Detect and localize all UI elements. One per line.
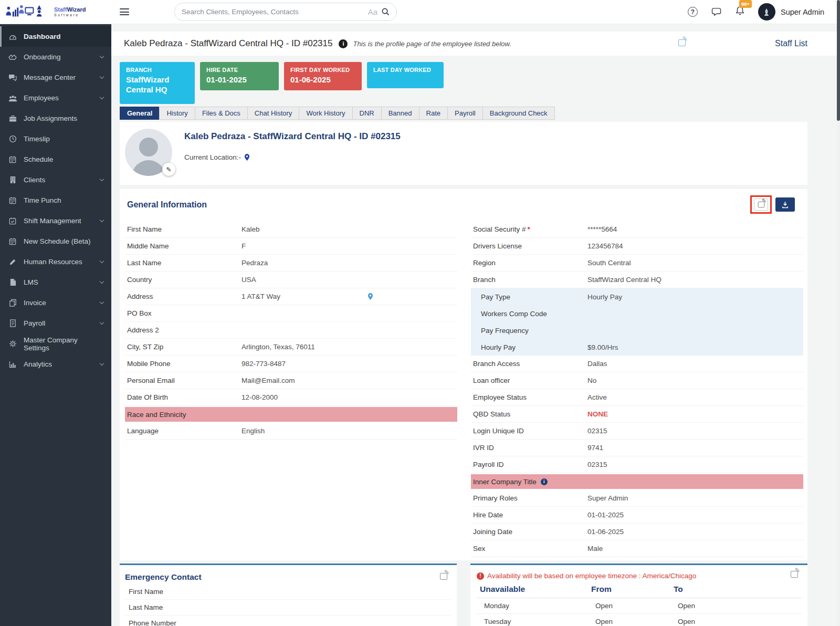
availability-from: Open — [595, 602, 678, 610]
field-value: No — [587, 377, 596, 384]
required-asterisk: * — [528, 225, 530, 233]
field-label: Branch Access — [473, 360, 587, 368]
download-button[interactable] — [775, 197, 795, 212]
sidebar-item-label: Payroll — [24, 319, 45, 327]
sidebar-item-message-center[interactable]: Message Center — [0, 67, 111, 88]
page-edit-icon[interactable] — [678, 39, 686, 48]
field-label: Address — [127, 293, 242, 300]
user-menu[interactable]: Super Admin — [758, 3, 824, 20]
sidebar-item-human-resources[interactable]: Human Resources — [0, 252, 111, 272]
edit-availability-icon[interactable] — [791, 570, 802, 580]
field-label: Middle Name — [127, 242, 242, 250]
search-input[interactable] — [182, 8, 364, 16]
sidebar-item-invoice[interactable]: Invoice — [0, 293, 111, 313]
availability-from: Open — [595, 618, 678, 625]
info-row-social-security: Social Security #******5664 — [471, 221, 803, 238]
info-row-inner-company-title: Inner Company Titlei — [471, 474, 803, 489]
tab-history[interactable]: History — [159, 107, 194, 120]
field-label: Loan officer — [473, 377, 587, 384]
staffwizard-logo[interactable]: StaffWizard Software — [0, 0, 111, 24]
location-pin-icon[interactable] — [244, 153, 250, 161]
sidebar-item-payroll[interactable]: Payroll — [0, 313, 111, 333]
calendar-icon — [8, 237, 17, 245]
edit-emergency-contact-icon[interactable] — [440, 572, 452, 582]
chart-icon — [8, 361, 17, 368]
chevron-down-icon — [100, 54, 104, 58]
sidebar-item-clients[interactable]: Clients — [0, 170, 111, 190]
field-label: Hourly Pay — [481, 343, 587, 351]
logo-subtitle: Software — [54, 13, 86, 17]
staff-list-link[interactable]: Staff List — [775, 39, 807, 48]
sidebar-item-onboarding[interactable]: Onboarding — [0, 47, 111, 67]
field-value: South Central — [587, 259, 631, 267]
sidebar-item-time-punch[interactable]: Time Punch — [0, 190, 111, 211]
field-label: Primary Roles — [473, 494, 587, 502]
summary-card-label: HIRE DATE — [206, 67, 272, 73]
sidebar-item-timeslip[interactable]: Timeslip — [0, 129, 111, 149]
tab-files-docs[interactable]: Files & Docs — [195, 107, 247, 120]
tab-payroll[interactable]: Payroll — [447, 107, 482, 120]
page-scrollbar[interactable] — [837, 0, 840, 626]
scrollbar-thumb[interactable] — [837, 0, 840, 121]
tab-dnr[interactable]: DNR — [352, 107, 381, 120]
summary-card-label: LAST DAY WORKED — [373, 67, 437, 73]
search-icon[interactable] — [382, 8, 390, 16]
sidebar-item-new-schedule-beta[interactable]: New Schedule (Beta) — [0, 231, 111, 252]
sidebar-item-dashboard[interactable]: Dashboard — [0, 26, 111, 47]
case-sensitivity-toggle[interactable]: Aa — [368, 7, 377, 16]
field-label: Login Unique ID — [473, 427, 587, 435]
sidebar-item-master-company-settings[interactable]: Master Company Settings — [0, 333, 111, 354]
profile-card: ✎ Kaleb Pedraza - StaffWizard Central HQ… — [120, 122, 807, 185]
chat-icon[interactable] — [711, 7, 722, 16]
tab-banned[interactable]: Banned — [381, 107, 419, 120]
message-icon — [8, 74, 17, 81]
field-value: Pedraza — [242, 259, 268, 267]
building-icon — [8, 176, 17, 184]
sidebar-item-label: Schedule — [24, 155, 53, 163]
info-row-first-name: First NameKaleb — [125, 221, 457, 238]
info-row-po-box: PO Box — [125, 305, 457, 322]
field-label: Hire Date — [473, 511, 587, 519]
sidebar-item-schedule[interactable]: Schedule — [0, 149, 111, 170]
notification-badge: 99+ — [739, 0, 752, 8]
tab-general[interactable]: General — [120, 107, 159, 120]
file-icon — [8, 278, 17, 286]
availability-rows: MondayOpenOpenTuesdayOpenOpen — [476, 598, 802, 626]
sidebar-item-analytics[interactable]: Analytics — [0, 354, 111, 374]
availability-day: Tuesday — [484, 618, 595, 625]
logo-graphic — [5, 4, 51, 20]
sidebar-item-job-assignments[interactable]: Job Assignments — [0, 108, 111, 129]
sidebar-item-lms[interactable]: LMS — [0, 272, 111, 293]
field-value: 123456784 — [587, 242, 623, 250]
field-label: Race and Ethnicity — [127, 411, 186, 419]
summary-card-label: FIRST DAY WORKED — [290, 67, 355, 73]
page-info-note: This is the profile page of the employee… — [353, 40, 511, 48]
tab-background-check[interactable]: Background Check — [482, 107, 555, 120]
sidebar-item-label: Human Resources — [24, 258, 82, 266]
tab-rate[interactable]: Rate — [419, 107, 447, 120]
sidebar-item-employees[interactable]: Employees — [0, 88, 111, 108]
section-title-general-information: General Information — [125, 200, 207, 210]
tab-chat-history[interactable]: Chat History — [247, 107, 299, 120]
location-pin-icon[interactable] — [368, 293, 373, 300]
sidebar-item-label: Job Assignments — [24, 114, 77, 122]
tab-work-history[interactable]: Work History — [299, 107, 352, 120]
info-icon: i — [339, 39, 348, 48]
chevron-down-icon — [100, 300, 104, 304]
current-location: Current Location:- — [184, 153, 401, 161]
hamburger-menu-icon[interactable] — [120, 8, 129, 15]
sidebar-item-shift-management[interactable]: Shift Management — [0, 211, 111, 231]
info-icon: i — [541, 478, 548, 485]
column-to: To — [674, 585, 802, 594]
help-icon[interactable]: ? — [688, 7, 698, 17]
pencil-icon — [8, 258, 17, 266]
edit-general-info-button[interactable] — [754, 199, 768, 211]
sidebar-item-label: Timeslip — [24, 135, 50, 143]
info-row-middle-name: Middle NameF — [125, 238, 457, 255]
avatar-edit-icon[interactable]: ✎ — [162, 163, 175, 176]
notifications-bell[interactable]: 99+ — [736, 6, 744, 18]
emergency-field-first-name: First Name — [125, 584, 452, 600]
profile-avatar: ✎ — [125, 129, 172, 176]
alert-icon: ! — [477, 572, 484, 580]
field-label: Sex — [473, 545, 587, 552]
